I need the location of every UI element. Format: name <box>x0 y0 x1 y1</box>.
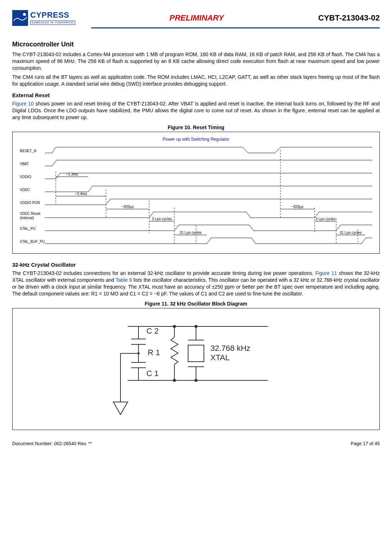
sig-vddio-por: VDDIO POR <box>20 201 40 205</box>
external-reset-heading: External Reset <box>12 92 380 98</box>
logo-name: CYPRESS <box>30 11 75 19</box>
figure-10-box: Power up with Switching Regulator RESET_… <box>12 132 380 254</box>
timing-3lpo-b: 3 Lpo cycles <box>315 217 336 221</box>
figure-10-title: Figure 10. Reset Timing <box>12 125 380 130</box>
oscillator-heading: 32-kHz Crystal Oscillator <box>12 262 380 268</box>
osc-c1-label: C 1 <box>146 369 159 378</box>
logo-icon <box>12 10 28 26</box>
footer-doc-number: Document Number: 002-26540 Rev. ** <box>12 441 92 446</box>
header-rule <box>91 27 380 28</box>
mcu-para-2: The CM4 runs all the BT layers as well a… <box>12 74 380 87</box>
logo-tagline: EMBEDDED IN TOMORROW <box>30 21 75 25</box>
sig-vddc: VDDC <box>20 188 30 192</box>
oscillator-block-diagram: C 2 C 1 R 1 32.768 kHz XTAL <box>15 312 377 424</box>
header-part-number: CYBT-213043-02 <box>318 13 380 23</box>
sig-xtal-pu: XTAL_PU <box>20 227 36 231</box>
svg-point-35 <box>173 325 176 328</box>
sig-vbat: VBAT <box>20 162 29 166</box>
figure-11-box: C 2 C 1 R 1 32.768 kHz XTAL <box>12 308 380 430</box>
timing-820us-b: ~820µs <box>291 205 303 209</box>
logo: CYPRESS EMBEDDED IN TOMORROW <box>12 10 75 26</box>
figure-11-link[interactable]: Figure 11 <box>315 270 337 276</box>
page-footer: Document Number: 002-26540 Rev. ** Page … <box>12 441 380 446</box>
sig-xtal-buf: XTAL_BUF_PU <box>20 240 45 244</box>
mcu-heading: Microcontroller Unit <box>12 41 380 48</box>
timing-1-3ms: ~1.3ms <box>66 172 78 176</box>
header-preliminary: PRELIMINARY <box>169 13 224 23</box>
external-reset-para: Figure 10 shows power on and reset timin… <box>12 100 380 121</box>
external-reset-text: shows power on and reset timing of the C… <box>12 101 380 120</box>
osc-text-a: The CYBT-213043-02 includes connections … <box>12 270 315 276</box>
osc-r1-label: R 1 <box>148 348 160 357</box>
svg-point-36 <box>173 379 176 382</box>
footer-page-number: Page 17 of 45 <box>351 441 380 446</box>
timing-top-note: Power up with Switching Regulator <box>163 137 229 142</box>
sig-reset-n: RESET_N <box>20 149 36 153</box>
reset-timing-diagram: Power up with Switching Regulator RESET_… <box>15 136 377 247</box>
figure-11-title: Figure 11. 32 kHz Oscillator Block Diagr… <box>12 301 380 307</box>
timing-31lpo-b: 31 Lpo cycles <box>339 231 361 235</box>
figure-10-link[interactable]: Figure 10 <box>12 101 34 107</box>
sig-vddio: VDDIO <box>20 175 31 179</box>
osc-xtal-label-1: 32.768 kHz <box>210 344 250 353</box>
svg-marker-32 <box>113 402 128 415</box>
osc-xtal-label-2: XTAL <box>210 353 229 362</box>
page-header: CYPRESS EMBEDDED IN TOMORROW PRELIMINARY… <box>12 10 380 26</box>
svg-point-42 <box>195 325 197 328</box>
osc-c2-label: C 2 <box>146 326 159 335</box>
timing-820us-a: ~820µs <box>122 205 133 209</box>
svg-rect-39 <box>188 345 204 362</box>
svg-point-1 <box>23 13 26 16</box>
table-9-link[interactable]: Table 9 <box>115 277 132 283</box>
timing-3lpo-a: 3 Lpo cycles <box>152 217 172 221</box>
mcu-para-1: The CYBT-213043-02 includes a Cortex-M4 … <box>12 51 380 72</box>
sig-vddc-rst: VDDC Reset(internal) <box>20 212 40 220</box>
oscillator-para: The CYBT-213043-02 includes connections … <box>12 270 380 297</box>
timing-31lpo-a: 31 Lpo cycles <box>179 231 201 235</box>
svg-point-43 <box>195 379 197 382</box>
timing-2-4ms: ~2.4ms <box>75 192 87 196</box>
